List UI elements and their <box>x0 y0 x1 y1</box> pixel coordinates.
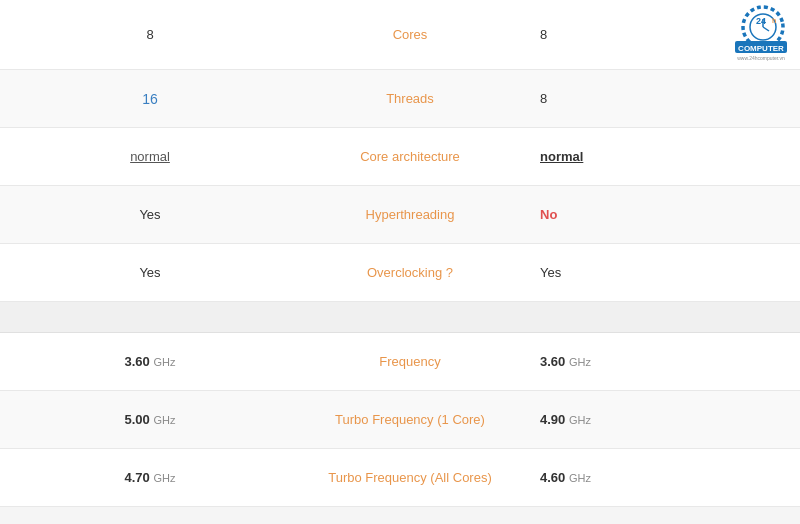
right-value-frequency: 3.60 GHz <box>520 344 720 379</box>
row-threads: 16 Threads 8 <box>0 70 800 128</box>
mid-label-cores: Cores <box>300 17 520 52</box>
left-value-core-arch: normal <box>0 139 300 174</box>
svg-text:www.24hcomputer.vn: www.24hcomputer.vn <box>737 55 785 61</box>
threads-left-val: 16 <box>142 91 158 107</box>
right-value-overclocking: Yes <box>520 255 720 290</box>
core-arch-right-val: normal <box>540 149 583 164</box>
turboall-label: Turbo Frequency (All Cores) <box>328 470 492 485</box>
logo-spacer4 <box>720 268 800 278</box>
cores-left-val: 8 <box>146 27 153 42</box>
right-value-turbo-all: 4.60 GHz <box>520 460 720 495</box>
left-value-threads: 16 <box>0 81 300 117</box>
left-value-turbo1: 5.00 GHz <box>0 402 300 437</box>
right-value-threads: 8 <box>520 81 720 116</box>
threads-label: Threads <box>386 91 434 106</box>
logo-spacer <box>720 94 800 104</box>
frequency-label: Frequency <box>379 354 440 369</box>
left-value-frequency: 3.60 GHz <box>0 344 300 379</box>
turbo1-label: Turbo Frequency (1 Core) <box>335 412 485 427</box>
right-value-turbo1: 4.90 GHz <box>520 402 720 437</box>
hyperthreading-label: Hyperthreading <box>366 207 455 222</box>
overclocking-left-val: Yes <box>139 265 160 280</box>
row-cores: 8 Cores 8 24 h COMPUTER <box>0 0 800 70</box>
turbo1-right-val: 4.90 GHz <box>540 412 591 427</box>
comparison-table: 8 Cores 8 24 h COMPUTER <box>0 0 800 507</box>
right-value-core-arch: normal <box>520 139 720 174</box>
left-value-hyperthreading: Yes <box>0 197 300 232</box>
right-value-cores: 8 <box>520 17 720 52</box>
separator-fill <box>0 302 800 332</box>
frequency-left-val: 3.60 GHz <box>125 354 176 369</box>
logo-spacer2 <box>720 152 800 162</box>
cores-label: Cores <box>393 27 428 42</box>
separator-row <box>0 302 800 333</box>
logo-spacer7 <box>720 473 800 483</box>
logo-spacer6 <box>720 415 800 425</box>
svg-text:COMPUTER: COMPUTER <box>738 44 784 53</box>
mid-label-threads: Threads <box>300 81 520 116</box>
row-core-arch: normal Core architecture normal <box>0 128 800 186</box>
row-frequency: 3.60 GHz Frequency 3.60 GHz <box>0 333 800 391</box>
turbo1-left-val: 5.00 GHz <box>125 412 176 427</box>
brand-logo: 24 h COMPUTER www.24hcomputer.vn <box>725 5 797 61</box>
logo-area: 24 h COMPUTER www.24hcomputer.vn <box>720 0 800 69</box>
svg-text:24: 24 <box>756 16 766 26</box>
frequency-right-val: 3.60 GHz <box>540 354 591 369</box>
mid-label-overclocking: Overclocking ? <box>300 255 520 290</box>
left-value-turbo-all: 4.70 GHz <box>0 460 300 495</box>
cores-right-val: 8 <box>540 27 547 42</box>
hyperthreading-left-val: Yes <box>139 207 160 222</box>
core-arch-left-val: normal <box>130 149 170 164</box>
threads-right-val: 8 <box>540 91 547 106</box>
logo-spacer5 <box>720 357 800 367</box>
row-turbo-allcores: 4.70 GHz Turbo Frequency (All Cores) 4.6… <box>0 449 800 507</box>
hyperthreading-right-val: No <box>540 207 557 222</box>
row-overclocking: Yes Overclocking ? Yes <box>0 244 800 302</box>
row-hyperthreading: Yes Hyperthreading No <box>0 186 800 244</box>
row-turbo-1core: 5.00 GHz Turbo Frequency (1 Core) 4.90 G… <box>0 391 800 449</box>
mid-label-frequency: Frequency <box>300 344 520 379</box>
mid-label-hyperthreading: Hyperthreading <box>300 197 520 232</box>
right-value-hyperthreading: No <box>520 197 720 232</box>
overclocking-label: Overclocking ? <box>367 265 453 280</box>
left-value-cores: 8 <box>0 17 300 52</box>
svg-text:h: h <box>772 17 776 24</box>
logo-spacer3 <box>720 210 800 220</box>
left-value-overclocking: Yes <box>0 255 300 290</box>
core-arch-label: Core architecture <box>360 149 460 164</box>
turboall-right-val: 4.60 GHz <box>540 470 591 485</box>
overclocking-right-val: Yes <box>540 265 561 280</box>
mid-label-turbo1: Turbo Frequency (1 Core) <box>300 402 520 437</box>
mid-label-turbo-all: Turbo Frequency (All Cores) <box>300 460 520 495</box>
turboall-left-val: 4.70 GHz <box>125 470 176 485</box>
mid-label-core-arch: Core architecture <box>300 139 520 174</box>
